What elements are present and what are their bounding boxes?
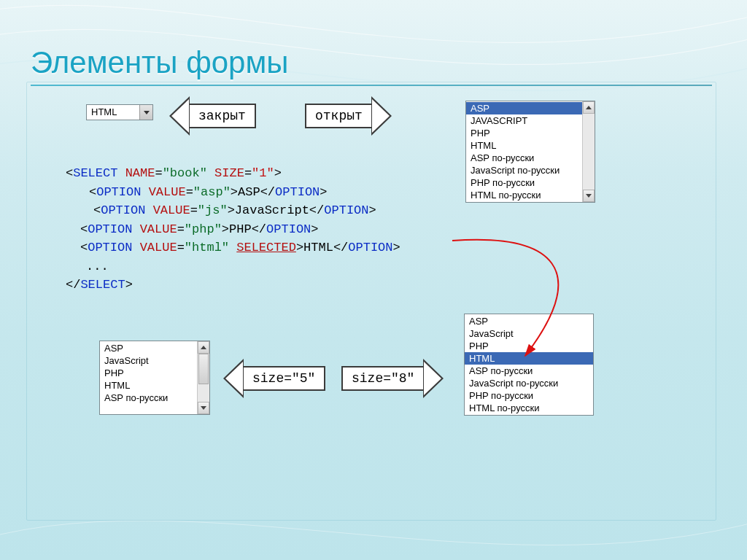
scroll-down-button[interactable]: [198, 402, 209, 414]
scroll-down-button[interactable]: [583, 190, 595, 202]
list-item[interactable]: HTML: [466, 139, 582, 152]
arrow-open: открыт: [305, 96, 392, 136]
list-item[interactable]: ASP: [100, 342, 197, 354]
select-open-items: ASP JAVASCRIPT PHP HTML ASP по-русски Ja…: [466, 101, 582, 202]
select-closed-value: HTML: [87, 105, 139, 120]
select-size5-items: ASP JavaScript PHP HTML ASP по-русски: [100, 341, 197, 414]
scroll-track[interactable]: [198, 354, 209, 402]
scroll-up-button[interactable]: [198, 341, 209, 354]
scroll-track[interactable]: [583, 114, 595, 190]
arrow-size5: size="5": [223, 359, 325, 398]
scrollbar[interactable]: [197, 341, 209, 414]
scrollbar[interactable]: [582, 101, 595, 202]
arrow-closed-label: закрыт: [190, 104, 255, 128]
arrow-open-label: открыт: [306, 104, 371, 128]
list-item[interactable]: ASP по-русски: [466, 152, 582, 164]
list-item[interactable]: ASP: [465, 315, 593, 327]
list-item[interactable]: JavaScript по-русски: [465, 377, 593, 389]
chevron-up-icon: [201, 346, 206, 349]
arrow-size5-label: size="5": [244, 366, 324, 391]
chevron-down-icon: [144, 111, 150, 114]
list-item[interactable]: JavaScript по-русски: [466, 164, 582, 176]
dropdown-button[interactable]: [139, 105, 152, 120]
scroll-thumb[interactable]: [198, 354, 209, 384]
list-item[interactable]: PHP: [465, 340, 593, 352]
list-item[interactable]: HTML по-русски: [466, 189, 582, 201]
scroll-up-button[interactable]: [583, 101, 595, 114]
arrow-closed: закрыт: [169, 96, 256, 136]
list-item[interactable]: ASP по-русски: [100, 392, 197, 404]
list-item[interactable]: HTML: [100, 379, 197, 392]
select-open-list[interactable]: ASP JAVASCRIPT PHP HTML ASP по-русски Ja…: [465, 101, 595, 203]
list-item[interactable]: PHP по-русски: [465, 389, 593, 402]
list-item[interactable]: PHP по-русски: [466, 176, 582, 189]
list-item[interactable]: HTML по-русски: [465, 402, 593, 414]
select-size8-items: ASP JavaScript PHP HTML ASP по-русски Ja…: [465, 314, 593, 415]
list-item[interactable]: JavaScript: [465, 327, 593, 340]
list-item[interactable]: JAVASCRIPT: [466, 114, 582, 127]
list-item[interactable]: PHP: [100, 367, 197, 379]
list-item[interactable]: JavaScript: [100, 354, 197, 367]
list-item[interactable]: ASP: [466, 102, 582, 114]
slide-title: Элементы формы: [31, 45, 289, 80]
chevron-down-icon: [586, 194, 592, 198]
arrow-size8: size="8": [341, 359, 444, 398]
chevron-down-icon: [201, 406, 206, 410]
list-item[interactable]: PHP: [466, 127, 582, 139]
select-size5-list[interactable]: ASP JavaScript PHP HTML ASP по-русски: [99, 341, 210, 415]
select-closed[interactable]: HTML: [86, 104, 153, 120]
content-frame: [26, 82, 716, 521]
list-item[interactable]: ASP по-русски: [465, 365, 593, 377]
select-size8-list[interactable]: ASP JavaScript PHP HTML ASP по-русски Ja…: [464, 314, 594, 416]
arrow-size8-label: size="8": [343, 366, 423, 391]
chevron-up-icon: [586, 106, 592, 109]
list-item[interactable]: HTML: [465, 352, 593, 365]
code-example: <SELECT NAME="book" SIZE="1"> <OPTION VA…: [66, 164, 400, 295]
